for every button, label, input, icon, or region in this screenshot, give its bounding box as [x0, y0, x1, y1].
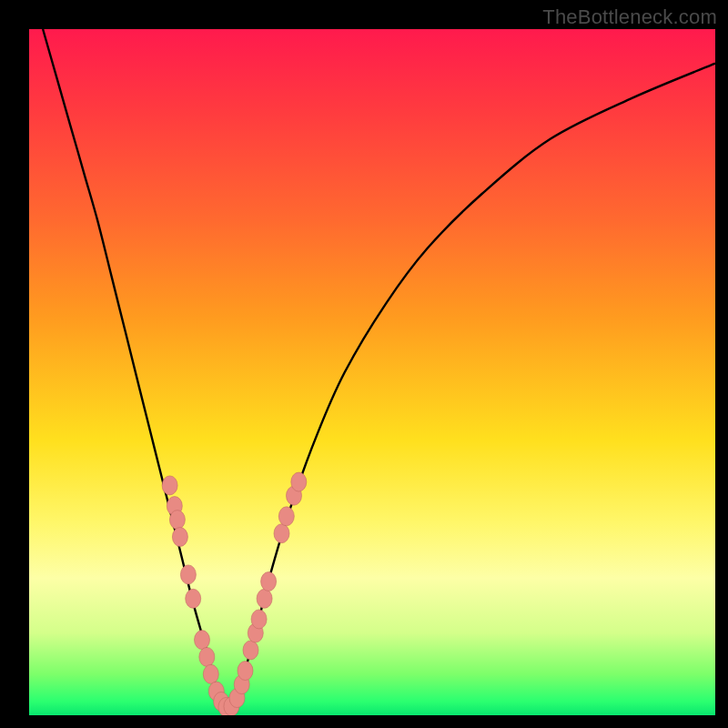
- chart-frame: TheBottleneck.com: [0, 0, 728, 728]
- data-point: [261, 572, 277, 592]
- data-point: [162, 476, 177, 495]
- data-point: [278, 507, 294, 526]
- data-point: [291, 472, 307, 491]
- data-point: [180, 565, 196, 584]
- plot-area: [29, 29, 715, 715]
- data-point: [203, 664, 218, 683]
- bottleneck-curve: [43, 29, 715, 709]
- data-point: [172, 528, 187, 547]
- data-point: [195, 631, 210, 650]
- watermark-text: TheBottleneck.com: [542, 5, 717, 29]
- data-point: [169, 511, 185, 530]
- chart-svg: [29, 29, 715, 715]
- data-point: [186, 589, 201, 608]
- data-point: [199, 647, 215, 666]
- data-point: [251, 610, 267, 629]
- data-point: [274, 524, 289, 543]
- data-point: [257, 589, 272, 608]
- data-point: [238, 662, 253, 681]
- data-points: [162, 472, 307, 715]
- data-point: [243, 641, 258, 660]
